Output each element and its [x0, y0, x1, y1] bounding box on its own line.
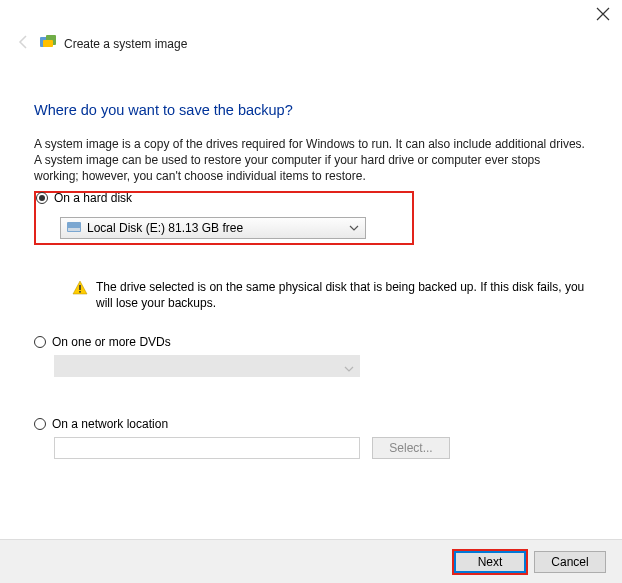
warning-icon	[72, 279, 88, 311]
radio-icon	[34, 418, 46, 430]
description: A system image is a copy of the drives r…	[34, 136, 588, 185]
next-button[interactable]: Next	[454, 551, 526, 573]
chevron-down-icon	[349, 222, 359, 236]
network-path-input[interactable]	[54, 437, 360, 459]
close-icon[interactable]	[596, 7, 610, 25]
radio-label: On a network location	[52, 417, 168, 431]
warning-row: The drive selected is on the same physic…	[72, 279, 588, 311]
header: Create a system image	[0, 32, 622, 54]
back-icon	[16, 34, 32, 54]
cancel-button[interactable]: Cancel	[534, 551, 606, 573]
radio-label: On one or more DVDs	[52, 335, 171, 349]
svg-rect-6	[79, 291, 81, 293]
combo-value: Local Disk (E:) 81.13 GB free	[87, 221, 243, 235]
hard-disk-combo[interactable]: Local Disk (E:) 81.13 GB free	[60, 217, 366, 239]
radio-label: On a hard disk	[54, 191, 132, 205]
option-network: On a network location Select...	[34, 417, 588, 459]
chevron-down-icon	[344, 360, 354, 378]
footer: Next Cancel	[0, 539, 622, 583]
svg-rect-2	[43, 40, 53, 47]
radio-icon	[34, 336, 46, 348]
dvd-combo	[54, 355, 360, 377]
select-button: Select...	[372, 437, 450, 459]
radio-icon	[36, 192, 48, 204]
radio-dvd[interactable]: On one or more DVDs	[34, 335, 588, 349]
titlebar	[0, 0, 622, 32]
svg-rect-5	[79, 285, 81, 290]
option-dvd: On one or more DVDs	[34, 335, 588, 377]
content: Where do you want to save the backup? A …	[0, 54, 622, 459]
app-icon	[40, 34, 56, 54]
page-title: Create a system image	[64, 37, 187, 51]
drive-icon	[67, 221, 81, 235]
svg-rect-4	[68, 228, 80, 231]
warning-text: The drive selected is on the same physic…	[96, 279, 588, 311]
radio-hard-disk[interactable]: On a hard disk	[36, 191, 132, 205]
radio-network[interactable]: On a network location	[34, 417, 588, 431]
heading: Where do you want to save the backup?	[34, 102, 588, 118]
option-hard-disk: On a hard disk Local Disk (E:) 81.13 GB …	[34, 215, 588, 311]
